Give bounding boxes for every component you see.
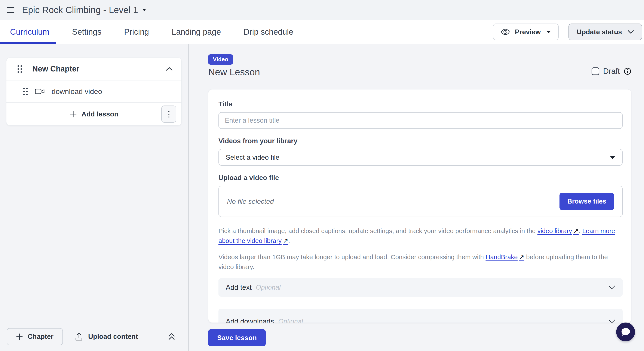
draft-label: Draft <box>603 67 620 76</box>
kebab-icon <box>168 111 170 112</box>
external-link-icon: ↗ <box>572 227 579 234</box>
lesson-drag-handle-icon[interactable] <box>23 88 28 95</box>
chevron-down-icon <box>608 319 615 323</box>
sidebar-body: New Chapter download v <box>0 44 188 126</box>
chevron-down-icon <box>608 285 615 290</box>
lesson-editor: Video New Lesson Draft <box>189 44 644 351</box>
update-status-label: Update status <box>576 28 622 36</box>
preview-caret-icon <box>546 30 551 34</box>
curriculum-sidebar: New Chapter download v <box>0 44 189 351</box>
info-icon[interactable] <box>624 68 632 75</box>
tab-pricing[interactable]: Pricing <box>124 28 149 36</box>
upload-field-group: Upload a video file No file selected Bro… <box>218 174 622 217</box>
add-text-label: Add text <box>226 283 252 292</box>
active-tab-underline <box>0 42 56 44</box>
library-field-group: Videos from your library Select a video … <box>218 138 622 166</box>
title-label: Title <box>218 100 622 108</box>
chapter-title[interactable]: New Chapter <box>32 64 166 74</box>
collapse-all-button[interactable] <box>168 332 176 341</box>
draft-control: Draft <box>592 67 632 76</box>
no-file-text: No file selected <box>227 198 274 206</box>
lesson-row[interactable]: download video <box>6 80 182 102</box>
add-text-optional: Optional <box>256 284 280 291</box>
upload-label: Upload a video file <box>218 174 622 181</box>
video-camera-icon <box>35 88 45 94</box>
help-text-video-library: Pick a thumbnail image, add closed capti… <box>218 226 622 246</box>
select-caret-icon <box>610 156 615 159</box>
plus-icon <box>16 333 23 340</box>
lesson-type-badge: Video <box>208 54 233 65</box>
double-chevron-up-icon <box>168 332 176 341</box>
library-label: Videos from your library <box>218 138 622 144</box>
content: New Chapter download v <box>0 44 644 351</box>
external-link-icon: ↗ <box>282 237 288 244</box>
add-lesson-button[interactable]: Add lesson <box>70 110 118 118</box>
add-downloads-label: Add downloads <box>226 318 274 323</box>
page-title: New Lesson <box>208 67 260 78</box>
course-builder-app: Epic Rock Climbing - Level 1 Curriculum … <box>0 0 644 351</box>
upload-icon <box>75 332 83 341</box>
course-title-caret-icon[interactable] <box>142 9 146 11</box>
add-downloads-optional: Optional <box>278 318 303 323</box>
chevron-up-icon[interactable] <box>166 67 173 71</box>
eye-icon <box>501 29 510 35</box>
tabs: Curriculum Settings Pricing Landing page… <box>10 28 293 36</box>
draft-checkbox[interactable] <box>592 68 599 75</box>
hamburger-menu-icon[interactable] <box>7 7 14 13</box>
chapter-menu-button[interactable] <box>161 106 176 123</box>
handbrake-link[interactable]: HandBrake↗ <box>486 254 524 260</box>
file-dropzone[interactable]: No file selected Browse files <box>218 186 622 217</box>
preview-button[interactable]: Preview <box>493 24 559 40</box>
preview-label: Preview <box>515 28 541 36</box>
video-select-value: Select a video file <box>226 154 280 161</box>
video-library-select[interactable]: Select a video file <box>218 149 622 166</box>
lesson-title[interactable]: download video <box>52 87 102 96</box>
add-chapter-button[interactable]: Chapter <box>7 328 63 345</box>
upload-content-button[interactable]: Upload content <box>75 332 138 341</box>
chevron-down-icon <box>628 30 634 34</box>
tab-actions: Preview Update status <box>493 24 642 40</box>
plus-icon <box>70 110 77 118</box>
topbar: Epic Rock Climbing - Level 1 <box>0 0 644 20</box>
lesson-form-card: Title Videos from your library Select a … <box>208 89 632 323</box>
lesson-header: Video New Lesson Draft <box>208 54 632 78</box>
lesson-title-input[interactable] <box>218 112 622 129</box>
sidebar-footer: Chapter Upload content <box>0 322 188 351</box>
chapter-header[interactable]: New Chapter <box>6 58 182 80</box>
update-status-button[interactable]: Update status <box>568 24 642 40</box>
title-field-group: Title <box>218 100 622 129</box>
external-link-icon: ↗ <box>518 254 524 260</box>
chapter-card-footer: Add lesson <box>6 102 182 126</box>
add-lesson-label: Add lesson <box>82 110 118 118</box>
help-text-handbrake: Videos larger than 1GB may take longer t… <box>218 252 622 272</box>
chapter-drag-handle-icon[interactable] <box>18 65 22 73</box>
add-chapter-label: Chapter <box>28 332 54 340</box>
tab-settings[interactable]: Settings <box>72 28 102 36</box>
video-library-link[interactable]: video library↗ <box>538 227 579 234</box>
chat-widget-button[interactable] <box>616 322 635 341</box>
tab-drip-schedule[interactable]: Drip schedule <box>244 28 293 36</box>
chat-bubble-icon <box>621 327 630 337</box>
chapter-card: New Chapter download v <box>6 58 182 126</box>
add-downloads-section[interactable]: Add downloads Optional <box>218 308 622 323</box>
upload-content-label: Upload content <box>88 332 138 340</box>
tab-landing-page[interactable]: Landing page <box>172 28 221 36</box>
browse-files-button[interactable]: Browse files <box>560 192 614 210</box>
course-title[interactable]: Epic Rock Climbing - Level 1 <box>22 5 138 15</box>
save-lesson-button[interactable]: Save lesson <box>208 329 266 346</box>
tabbar: Curriculum Settings Pricing Landing page… <box>0 20 644 44</box>
tab-curriculum[interactable]: Curriculum <box>10 28 50 36</box>
add-text-section[interactable]: Add text Optional <box>218 278 622 297</box>
